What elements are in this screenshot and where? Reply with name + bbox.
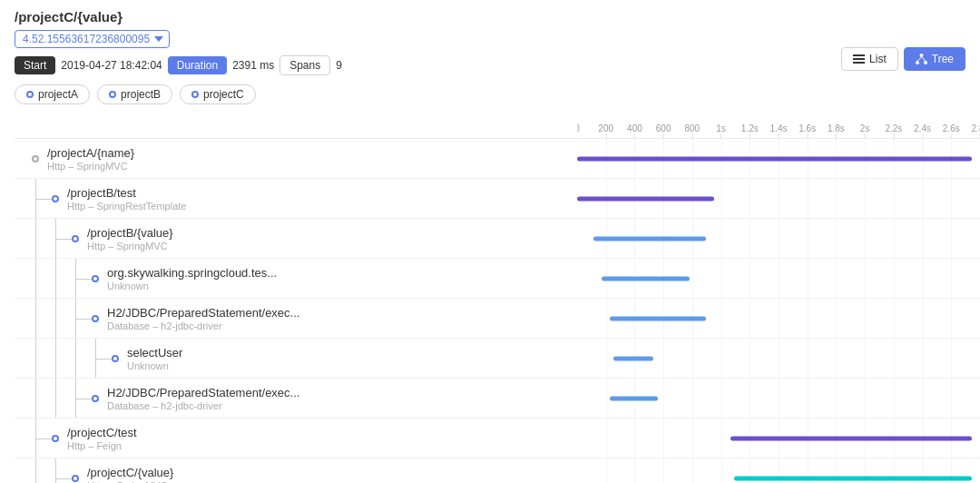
list-view-button[interactable]: List <box>841 47 898 71</box>
span-row: H2/JDBC/PreparedStatement/exec... Databa… <box>15 379 577 419</box>
grid-line <box>951 379 952 418</box>
span-name: /projectC/{value} <box>87 466 173 479</box>
bar-row <box>577 339 980 379</box>
tree-v-line <box>75 339 76 378</box>
grid-line <box>865 299 866 338</box>
span-row: /projectB/{value} Http – SpringMVC <box>15 219 577 259</box>
grid-line <box>923 379 924 418</box>
bar-row <box>577 139 980 179</box>
grid-line <box>951 339 952 378</box>
span-row: /projectB/test Http – SpringRestTemplate <box>15 179 577 219</box>
ruler-tick: 1.6s <box>799 123 816 138</box>
grid-line <box>923 259 924 298</box>
grid-line <box>721 179 722 218</box>
ruler-row: 02004006008001s1.2s1.4s1.6s1.8s2s2.2s2.4… <box>577 113 980 139</box>
grid-line <box>923 339 924 378</box>
grid-line <box>606 419 607 458</box>
grid-line <box>951 179 952 218</box>
grid-line <box>923 179 924 218</box>
grid-line <box>750 179 750 218</box>
grid-line <box>663 419 664 458</box>
tree-h-line <box>75 399 93 399</box>
span-content: selectUser Unknown <box>127 346 182 371</box>
grid-line <box>808 179 808 218</box>
tree-icon <box>916 54 927 65</box>
span-dot <box>52 195 59 202</box>
grid-line <box>836 379 837 418</box>
start-value: 2019-04-27 18:42:04 <box>61 59 162 72</box>
tree-v-line <box>35 458 36 483</box>
span-name: H2/JDBC/PreparedStatement/exec... <box>107 306 299 320</box>
grid-line <box>721 259 722 298</box>
grid-line <box>894 179 895 218</box>
bar-row <box>577 419 980 458</box>
grid-line <box>634 419 635 458</box>
grid-line <box>721 419 722 458</box>
span-content: /projectB/{value} Http – SpringMVC <box>87 226 173 251</box>
grid-line <box>779 179 779 218</box>
span-content: H2/JDBC/PreparedStatement/exec... Databa… <box>107 386 299 411</box>
grid-line <box>836 219 837 258</box>
span-dot <box>112 355 119 362</box>
grid-line <box>750 219 750 258</box>
view-toggle: List Tree <box>841 47 965 71</box>
grid-line <box>750 339 750 378</box>
tree-h-line <box>35 199 54 200</box>
span-sub: Unknown <box>107 281 277 291</box>
span-content: /projectC/{value} Http – SpringMVC <box>87 466 173 484</box>
grid-line <box>951 259 952 298</box>
svg-point-5 <box>924 61 927 64</box>
tree-v-line <box>35 219 36 258</box>
bar-row <box>577 379 980 419</box>
filter-dot <box>26 91 34 98</box>
span-bar <box>613 356 653 360</box>
tree-h-line <box>95 359 113 360</box>
tree-v-line <box>35 259 36 298</box>
page-header: /projectC/{value} 4.52.15563617236800095… <box>0 0 980 75</box>
grid-line <box>836 299 837 338</box>
grid-line <box>634 458 635 483</box>
span-dot <box>72 235 79 242</box>
span-bar <box>577 196 714 201</box>
ruler-tick: 2.6s <box>943 123 960 138</box>
grid-line <box>894 299 895 338</box>
grid-line <box>865 259 866 298</box>
spans-badge: Spans <box>279 55 330 75</box>
grid-line <box>779 299 779 338</box>
span-name: /projectB/{value} <box>87 226 173 240</box>
ruler-tick: 1.8s <box>828 123 845 138</box>
grid-line <box>894 259 895 298</box>
tree-v-line <box>35 299 36 338</box>
span-name: H2/JDBC/PreparedStatement/exec... <box>107 386 299 399</box>
grid-line <box>692 339 693 378</box>
tree-v-line <box>55 379 56 418</box>
filter-row: projectAprojectBprojectC <box>0 84 980 113</box>
filter-tag-projectA[interactable]: projectA <box>15 84 90 104</box>
span-name: org.skywalking.springcloud.tes... <box>107 266 277 280</box>
filter-tag-projectC[interactable]: projectC <box>180 84 256 104</box>
tree-h-line <box>55 239 74 240</box>
duration-badge: Duration <box>168 56 227 74</box>
svg-rect-0 <box>853 54 865 56</box>
tree-view-button[interactable]: Tree <box>904 47 965 71</box>
filter-label: projectB <box>121 88 161 101</box>
ruler-tick: 600 <box>656 123 671 138</box>
grid-line <box>923 299 924 338</box>
grid-line <box>606 458 607 483</box>
span-dot <box>92 275 99 282</box>
grid-line <box>663 458 664 483</box>
span-bar <box>577 156 972 161</box>
filter-tag-projectB[interactable]: projectB <box>97 84 172 104</box>
grid-line <box>836 179 837 218</box>
tree-v-line <box>55 299 56 338</box>
grid-line <box>606 299 607 338</box>
grid-line <box>663 379 664 418</box>
grid-line <box>808 259 808 298</box>
grid-line <box>808 299 808 338</box>
trace-id-select[interactable]: 4.52.15563617236800095 <box>15 30 170 48</box>
grid-line <box>779 339 779 378</box>
grid-line <box>692 259 693 298</box>
spans-list: /projectA/{name} Http – SpringMVC /proje… <box>15 139 577 483</box>
bar-row <box>577 259 980 299</box>
tree-h-line <box>75 319 93 320</box>
